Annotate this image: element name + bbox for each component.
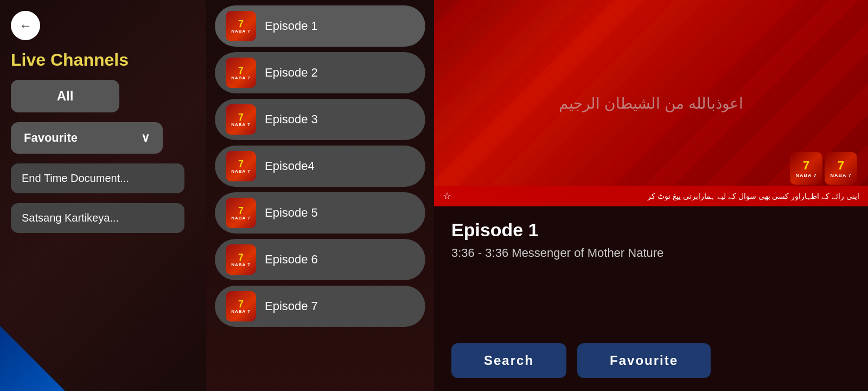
logo-box-2: 7 NABA 7 (825, 152, 857, 185)
logo-num-1: 7 (803, 159, 809, 173)
chevron-down-icon: ∨ (141, 131, 150, 145)
arabic-overlay: اعوذبالله من الشيطان الرجيم (559, 94, 743, 112)
episode-name-3: Episode 3 (265, 112, 318, 127)
episode-item-2[interactable]: 7NABA 7Episode 2 (215, 52, 425, 93)
logo-box-1: 7 NABA 7 (790, 152, 822, 185)
content-panel: اعوذبالله من الشيطان الرجيم 7 NABA 7 7 N… (434, 0, 868, 391)
channel-item-satsang[interactable]: Satsang Kartikeya... (11, 203, 184, 233)
channel-logo-1: 7NABA 7 (226, 11, 256, 41)
ticker-text: اپنی رائے کے اظہاراور کسی بھی سوال کے لی… (457, 192, 859, 200)
channel-logo-7: 7NABA 7 (226, 291, 256, 321)
bottom-buttons: Search Favourite (434, 335, 868, 391)
favourite-label: Favourite (24, 131, 78, 145)
episode-item-5[interactable]: 7NABA 7Episode 5 (215, 192, 425, 234)
all-button[interactable]: All (11, 80, 119, 112)
logo-num-2: 7 (838, 159, 844, 173)
back-button[interactable]: ← (11, 11, 40, 40)
episode-name-4: Episode4 (265, 159, 315, 173)
sidebar: ← Live Channels All Favourite ∨ End Time… (0, 0, 206, 391)
episode-item-4[interactable]: 7NABA 7Episode4 (215, 146, 425, 187)
episode-name-2: Episode 2 (265, 66, 318, 80)
search-button[interactable]: Search (451, 343, 566, 378)
episode-item-3[interactable]: 7NABA 7Episode 3 (215, 99, 425, 140)
channel-item-end-time[interactable]: End Time Document... (11, 163, 184, 193)
channel-logo-6: 7NABA 7 (226, 244, 256, 275)
channel-logo-3: 7NABA 7 (226, 104, 256, 135)
channel-logo-4: 7NABA 7 (226, 151, 256, 181)
video-preview: اعوذبالله من الشيطان الرجيم 7 NABA 7 7 N… (434, 0, 868, 206)
episode-item-6[interactable]: 7NABA 7Episode 6 (215, 239, 425, 280)
episode-item-7[interactable]: 7NABA 7Episode 7 (215, 286, 425, 327)
back-icon: ← (19, 18, 32, 33)
favourite-button[interactable]: Favourite (577, 343, 711, 378)
episode-name-1: Episode 1 (265, 19, 318, 33)
logo-corner: 7 NABA 7 7 NABA 7 (790, 152, 857, 185)
ticker-bar: ☆ اپنی رائے کے اظہاراور کسی بھی سوال کے … (434, 186, 868, 206)
episode-name-7: Episode 7 (265, 299, 318, 313)
ticker-star-icon: ☆ (443, 190, 451, 202)
favourite-dropdown[interactable]: Favourite ∨ (11, 122, 163, 154)
episode-name-5: Episode 5 (265, 206, 318, 220)
channel-logo-2: 7NABA 7 (226, 58, 256, 88)
episode-list: 7NABA 7Episode 17NABA 7Episode 27NABA 7E… (206, 0, 434, 391)
page-title: Live Channels (11, 50, 195, 70)
selected-episode-subtitle: 3:36 - 3:36 Messenger of Mother Nature (451, 246, 851, 260)
episode-name-6: Episode 6 (265, 253, 318, 267)
logo-txt-1: NABA 7 (795, 173, 816, 178)
logo-txt-2: NABA 7 (830, 173, 851, 178)
selected-episode-title: Episode 1 (451, 219, 851, 241)
channel-logo-5: 7NABA 7 (226, 198, 256, 228)
episode-item-1[interactable]: 7NABA 7Episode 1 (215, 5, 425, 47)
episode-info: Episode 1 3:36 - 3:36 Messenger of Mothe… (434, 206, 868, 335)
